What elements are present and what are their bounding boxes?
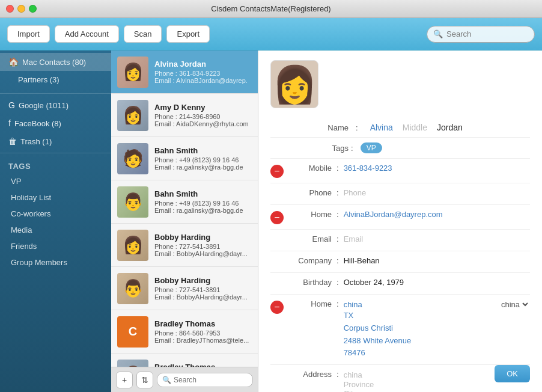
contact-search-icon: 🔍 <box>162 376 171 384</box>
global-search-box: 🔍 <box>427 26 535 43</box>
avatar-6: C <box>117 316 148 348</box>
minimize-button[interactable] <box>17 5 25 13</box>
contact-info-4: Bobby Harding Phone : 727-541-3891 Email… <box>154 233 252 257</box>
avatar-4: 👩 <box>117 230 148 261</box>
contact-item-2[interactable]: 🧑 Bahn Smith Phone : +49 (8123) 99 16 46… <box>111 137 258 180</box>
google-icon: G <box>8 100 15 110</box>
detail-panel: 👩 Name : Alvina Middle Jordan Tags : VP … <box>258 51 542 392</box>
phone-row: Phone : Phone <box>270 183 530 205</box>
contact-name-2: Bahn Smith <box>154 146 252 155</box>
company-value: Hill-Behan <box>344 256 530 265</box>
address2-label: Address <box>288 370 336 379</box>
avatar-1: 👩 <box>117 100 148 131</box>
contact-item-1[interactable]: 👩 Amy D Kenny Phone : 214-396-8960 Email… <box>111 94 258 137</box>
email-placeholder: Email <box>344 234 530 243</box>
close-button[interactable] <box>6 5 14 13</box>
remove-home-email-button[interactable]: − <box>270 211 284 224</box>
birthday-label: Birthday <box>288 278 336 287</box>
address-block: TX Corpus Christi 2488 White Avenue 7847… <box>344 310 530 360</box>
birthday-colon: : <box>336 278 339 287</box>
export-button[interactable]: Export <box>166 25 210 43</box>
import-button[interactable]: Import <box>7 25 50 43</box>
country-select[interactable]: china USA <box>499 299 530 310</box>
facebook-icon: f <box>8 118 11 128</box>
contact-item-5[interactable]: 👨 Bobby Harding Phone : 727-541-3891 Ema… <box>111 267 258 310</box>
sidebar-item-google[interactable]: G Google (1011) <box>0 96 111 114</box>
sidebar-tag-group-members[interactable]: Group Members <box>0 254 111 271</box>
phone-label: Phone <box>288 188 336 197</box>
contact-item-6[interactable]: C Bradley Thomas Phone : 864-560-7953 Em… <box>111 310 258 354</box>
tags-colon: : <box>351 144 353 153</box>
address2-city: City <box>344 389 530 392</box>
sort-button[interactable]: ⇅ <box>136 372 153 388</box>
sidebar-mac-section: 🏠 Mac Contacts (80) Partners (3) <box>0 51 111 91</box>
name-row: Name : Alvina Middle Jordan <box>270 118 530 138</box>
home-email-colon: : <box>336 210 339 219</box>
country-row: china china USA <box>344 299 530 310</box>
contact-item-7[interactable]: 👨 Bradley Thomas Phone : 864-560-7953 Em… <box>111 354 258 367</box>
ok-button[interactable]: OK <box>495 365 530 382</box>
maximize-button[interactable] <box>29 5 37 13</box>
contact-name-0: Alvina Jordan <box>154 60 252 69</box>
sidebar-google-label: Google (1011) <box>19 101 69 110</box>
sidebar-item-trash[interactable]: 🗑 Trash (1) <box>0 132 111 150</box>
contact-list-footer: + ⇅ 🔍 <box>111 367 258 392</box>
contact-phone-0: Phone : 361-834-9223 <box>154 70 252 77</box>
sidebar-tag-coworkers[interactable]: Co-workers <box>0 206 111 222</box>
contact-item-0[interactable]: 👩 Alvina Jordan Phone : 361-834-9223 Ema… <box>111 51 258 94</box>
remove-mobile-button[interactable]: − <box>270 165 284 178</box>
contact-info-7: Bradley Thomas Phone : 864-560-7953 Emai… <box>154 363 252 367</box>
sidebar-item-partners[interactable]: Partners (3) <box>0 71 111 88</box>
mobile-colon: : <box>336 164 339 173</box>
contact-info-2: Bahn Smith Phone : +49 (8123) 99 16 46 E… <box>154 146 252 171</box>
company-colon: : <box>336 256 339 265</box>
address-state: TX <box>344 310 530 322</box>
contact-email-5: Email : BobbyAHarding@dayr... <box>154 293 252 301</box>
window-controls <box>6 5 37 13</box>
name-label: Name <box>324 123 349 132</box>
sidebar-item-mac-contacts[interactable]: 🏠 Mac Contacts (80) <box>0 53 111 71</box>
sidebar-tag-vp[interactable]: VP <box>0 173 111 189</box>
mobile-label: Mobile <box>288 164 336 173</box>
contact-phone-2: Phone : +49 (8123) 99 16 46 <box>154 156 252 164</box>
home-address-colon: : <box>336 299 339 308</box>
contact-phone-1: Phone : 214-396-8960 <box>154 113 252 120</box>
address-street: 2488 White Avenue <box>344 335 530 348</box>
home-address-content: china china USA TX Corpus Christi 2488 W… <box>344 299 530 360</box>
detail-middle-name: Middle <box>403 123 427 132</box>
sidebar-item-facebook[interactable]: f FaceBook (8) <box>0 114 111 132</box>
avatar-7: 👨 <box>117 360 148 367</box>
contact-list: 👩 Alvina Jordan Phone : 361-834-9223 Ema… <box>111 51 258 392</box>
contact-info-3: Bahn Smith Phone : +49 (8123) 99 16 46 E… <box>154 189 252 214</box>
tags-label: Tags <box>324 144 349 153</box>
sidebar-mac-contacts-label: Mac Contacts (80) <box>22 58 86 67</box>
contact-list-scroll: 👩 Alvina Jordan Phone : 361-834-9223 Ema… <box>111 51 258 367</box>
contact-phone-4: Phone : 727-541-3891 <box>154 243 252 250</box>
birthday-value: October 24, 1979 <box>344 278 530 287</box>
scan-button[interactable]: Scan <box>124 25 162 43</box>
contact-search-input[interactable] <box>174 376 248 384</box>
sidebar: 🏠 Mac Contacts (80) Partners (3) G Googl… <box>0 51 111 392</box>
detail-last-name: Jordan <box>437 123 463 132</box>
main-layout: 🏠 Mac Contacts (80) Partners (3) G Googl… <box>0 51 542 392</box>
remove-home-address-button[interactable]: − <box>270 301 284 314</box>
detail-first-name: Alvina <box>370 123 393 132</box>
toolbar: Import Add Account Scan Export 🔍 <box>0 18 542 51</box>
contact-item-3[interactable]: 👨 Bahn Smith Phone : +49 (8123) 99 16 46… <box>111 180 258 224</box>
contact-email-2: Email : ra.galinsky@ra-bgg.de <box>154 164 252 171</box>
contact-item-4[interactable]: 👩 Bobby Harding Phone : 727-541-3891 Ema… <box>111 224 258 267</box>
email-row: Email : Email <box>270 230 530 251</box>
sidebar-tag-friends[interactable]: Friends <box>0 238 111 254</box>
phone-colon: : <box>336 188 339 197</box>
contact-phone-3: Phone : +49 (8123) 99 16 46 <box>154 200 252 207</box>
global-search-input[interactable] <box>446 29 528 38</box>
email-label: Email <box>288 234 336 243</box>
add-contact-button[interactable]: + <box>116 372 133 388</box>
add-account-button[interactable]: Add Account <box>55 25 119 43</box>
address2-row: Address : china china USA Province City <box>270 365 530 392</box>
company-row: Company : Hill-Behan <box>270 251 530 273</box>
sidebar-tag-holiday[interactable]: Holiday List <box>0 189 111 206</box>
contact-email-6: Email : BradleyJThomas@tele... <box>154 337 252 344</box>
sidebar-tag-media[interactable]: Media <box>0 222 111 238</box>
detail-tag-vp[interactable]: VP <box>361 142 382 153</box>
